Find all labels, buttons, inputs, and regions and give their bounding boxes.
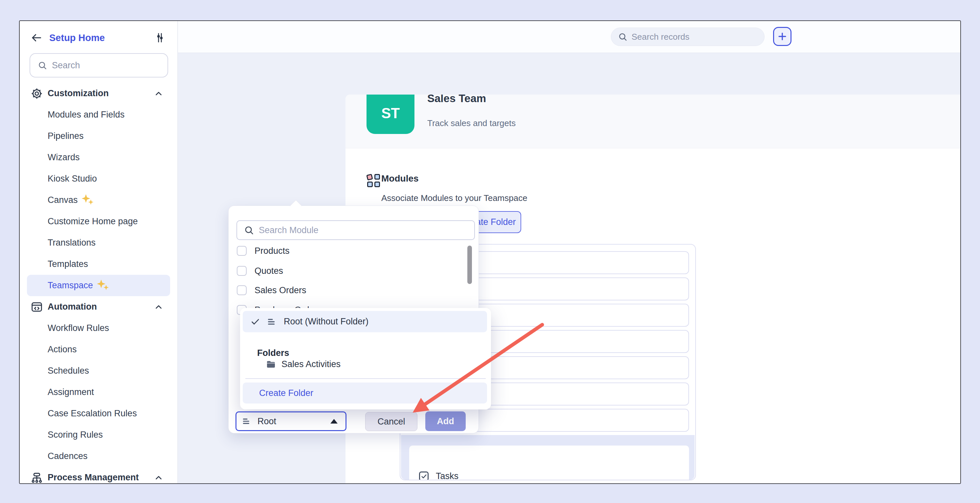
section-label: Process Management xyxy=(48,473,139,482)
sidebar-item-teamspace[interactable]: Teamspace xyxy=(27,275,170,296)
dropdown-divider xyxy=(245,378,486,379)
search-icon xyxy=(618,32,628,42)
sparkles-icon xyxy=(96,280,111,292)
tasks-checkbox-checked[interactable] xyxy=(419,471,429,480)
module-option-quotes[interactable]: Quotes xyxy=(237,265,283,276)
sidebar-item-templates[interactable]: Templates xyxy=(20,254,177,275)
create-folder-label: Create Folder xyxy=(259,388,313,398)
module-option-label: Sales Orders xyxy=(255,285,306,295)
sidebar-section-customization[interactable]: Customization xyxy=(20,83,177,104)
filter-button[interactable] xyxy=(153,31,167,44)
sidebar-item-actions[interactable]: Actions xyxy=(20,339,177,360)
search-icon xyxy=(37,60,47,70)
checkbox-unchecked[interactable] xyxy=(237,285,247,295)
sliders-icon xyxy=(154,32,165,43)
checkbox-unchecked[interactable] xyxy=(237,246,247,256)
sidebar-item-scoring-rules[interactable]: Scoring Rules xyxy=(20,424,177,446)
folder-option-label: Sales Activities xyxy=(282,359,340,370)
module-search-input[interactable] xyxy=(259,225,456,235)
teamspace-subtitle: Track sales and targets xyxy=(427,118,515,129)
root-list-icon xyxy=(242,416,252,427)
sidebar-item-schedules[interactable]: Schedules xyxy=(20,360,177,381)
item-label: Scoring Rules xyxy=(48,430,103,440)
sidebar-item-kiosk-studio[interactable]: Kiosk Studio xyxy=(20,168,177,189)
sidebar-item-assignment[interactable]: Assignment xyxy=(20,381,177,403)
sidebar-search-input[interactable] xyxy=(52,60,157,71)
module-option-sales-orders[interactable]: Sales Orders xyxy=(237,285,306,296)
setup-sidebar: Setup Home Customization Modules and Fie… xyxy=(20,21,178,483)
selected-modules-section: Tasks xyxy=(401,435,695,480)
modules-section-title: Modules xyxy=(381,173,419,184)
folder-icon xyxy=(266,359,276,370)
app-window: Setup Home Customization Modules and Fie… xyxy=(19,21,961,484)
sidebar-section-process-management[interactable]: Process Management xyxy=(20,467,177,484)
sidebar-item-modules-and-fields[interactable]: Modules and Fields xyxy=(20,104,177,125)
folders-group-label: Folders xyxy=(257,348,290,358)
item-label: Templates xyxy=(48,259,88,269)
back-button[interactable] xyxy=(30,31,43,44)
tasks-label: Tasks xyxy=(436,471,458,480)
item-label: Wizards xyxy=(48,152,80,162)
selected-modules-card: Tasks xyxy=(409,446,689,480)
chevron-up-icon[interactable] xyxy=(154,473,164,482)
sidebar-item-cadences[interactable]: Cadences xyxy=(20,446,177,467)
sidebar-item-workflow-rules[interactable]: Workflow Rules xyxy=(20,317,177,339)
popup-add-button[interactable]: Add xyxy=(425,411,466,431)
module-option-products[interactable]: Products xyxy=(237,245,290,256)
module-option-label: Products xyxy=(255,246,290,256)
teamspace-title: Sales Team xyxy=(427,95,486,105)
teamspace-avatar: ST xyxy=(366,95,414,134)
checkmark-icon xyxy=(250,317,260,327)
item-label: Kiosk Studio xyxy=(48,174,97,184)
sidebar-item-customize-home-page[interactable]: Customize Home page xyxy=(20,211,177,232)
sidebar-item-canvas[interactable]: Canvas xyxy=(20,189,177,211)
sidebar-section-automation[interactable]: Automation xyxy=(20,296,177,317)
quick-create-button[interactable] xyxy=(773,27,791,46)
teamspace-header: ST Sales Team Track sales and targets xyxy=(345,95,961,148)
back-arrow-icon xyxy=(30,32,43,44)
item-label: Teamspace xyxy=(48,280,93,290)
item-label: Customize Home page xyxy=(48,216,138,227)
sparkles-icon xyxy=(81,194,95,206)
automation-icon xyxy=(30,301,43,313)
item-label: Workflow Rules xyxy=(48,323,109,333)
item-label: Cadences xyxy=(48,451,88,461)
section-label: Automation xyxy=(48,302,97,312)
sidebar-item-case-escalation-rules[interactable]: Case Escalation Rules xyxy=(20,403,177,424)
zia-assistant-button[interactable] xyxy=(959,29,961,44)
modules-section-icon xyxy=(367,174,381,188)
module-search xyxy=(237,220,475,240)
checkbox-unchecked[interactable] xyxy=(237,266,247,276)
sidebar-nav: Customization Modules and Fields Pipelin… xyxy=(20,83,177,484)
chevron-up-icon[interactable] xyxy=(154,302,164,312)
item-label: Schedules xyxy=(48,366,89,376)
gear-icon xyxy=(30,87,43,100)
sidebar-item-wizards[interactable]: Wizards xyxy=(20,147,177,168)
folder-select[interactable]: Root xyxy=(235,411,347,431)
module-list-scrollbar-thumb[interactable] xyxy=(467,246,472,284)
root-list-icon xyxy=(267,316,278,327)
item-label: Translations xyxy=(48,238,95,248)
zia-icon xyxy=(960,29,961,44)
popup-cancel-button[interactable]: Cancel xyxy=(365,412,417,431)
topbar xyxy=(178,21,961,53)
folder-option-label: Root (Without Folder) xyxy=(284,316,369,327)
item-label: Canvas xyxy=(48,195,78,205)
global-search-input[interactable] xyxy=(632,32,750,42)
item-label: Case Escalation Rules xyxy=(48,408,137,419)
global-search xyxy=(611,28,765,46)
item-label: Pipelines xyxy=(48,131,84,141)
setup-home-link[interactable]: Setup Home xyxy=(49,32,105,43)
tasks-row[interactable]: Tasks xyxy=(419,471,458,480)
modules-section-subtitle: Associate Modules to your Teamspace xyxy=(381,193,527,203)
process-management-icon xyxy=(30,471,43,484)
folder-option-root[interactable]: Root (Without Folder) xyxy=(243,311,487,332)
chevron-up-icon[interactable] xyxy=(154,89,164,98)
sidebar-header: Setup Home xyxy=(20,28,177,47)
sidebar-item-translations[interactable]: Translations xyxy=(20,232,177,254)
sidebar-search xyxy=(30,53,168,78)
folder-option-sales-activities[interactable]: Sales Activities xyxy=(266,358,340,370)
create-folder-option[interactable]: Create Folder xyxy=(243,382,487,403)
sidebar-item-pipelines[interactable]: Pipelines xyxy=(20,125,177,147)
item-label: Actions xyxy=(48,344,77,355)
